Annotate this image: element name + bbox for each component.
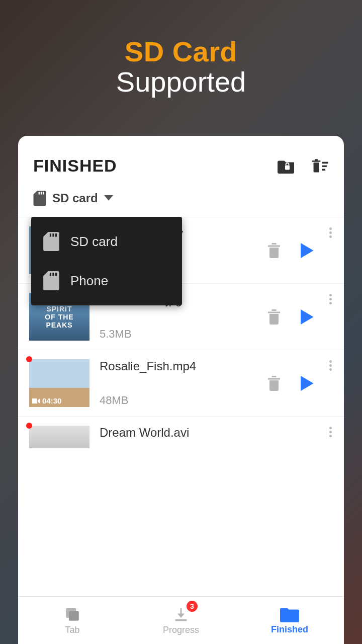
progress-badge: 3 [187, 601, 198, 612]
nav-finished[interactable]: Finished [235, 597, 344, 644]
svg-rect-2 [322, 165, 327, 167]
play-button[interactable] [299, 242, 314, 259]
storage-option-phone[interactable]: Phone [31, 261, 182, 300]
svg-rect-0 [285, 165, 290, 170]
bottom-nav: Tab 3 Progress Finished [18, 596, 344, 644]
hero-title-line1: SD Card [0, 35, 362, 68]
svg-rect-15 [69, 610, 79, 620]
more-menu-button[interactable] [329, 294, 332, 304]
file-name: Rosalie_Fish.mp4 [100, 359, 256, 373]
svg-rect-7 [32, 398, 37, 404]
sd-card-icon [43, 232, 59, 251]
clear-list-button[interactable] [311, 158, 329, 174]
file-list: Sound of Y.mkv SPIRIT OF THE PEAKS Saint… [18, 217, 344, 596]
play-button[interactable] [299, 375, 314, 392]
svg-rect-6 [43, 192, 44, 195]
delete-button[interactable] [266, 308, 282, 326]
video-camera-icon [32, 398, 40, 404]
list-item[interactable]: 04:30 Rosalie_Fish.mp4 48MB [18, 350, 344, 416]
svg-rect-1 [322, 162, 328, 163]
hero-title-line2: Supported [0, 65, 362, 98]
nav-label: Tab [65, 625, 79, 635]
hero-banner: SD Card Supported [0, 0, 362, 98]
delete-button[interactable] [266, 375, 282, 392]
storage-option-label: Phone [70, 273, 108, 289]
svg-rect-4 [39, 192, 40, 195]
new-indicator-dot [26, 423, 32, 429]
file-size: 48MB [100, 394, 256, 407]
svg-rect-13 [55, 273, 57, 276]
svg-rect-12 [52, 273, 54, 276]
folder-icon [280, 606, 299, 622]
storage-option-label: SD card [70, 234, 118, 250]
nav-label: Finished [271, 624, 308, 635]
video-duration: 04:30 [32, 396, 61, 405]
file-name: Dream World.avi [100, 426, 304, 440]
svg-rect-5 [41, 192, 42, 195]
svg-rect-10 [55, 233, 57, 236]
secure-folder-button[interactable] [278, 158, 296, 174]
play-button[interactable] [299, 308, 314, 326]
more-menu-button[interactable] [329, 360, 332, 371]
storage-option-sdcard[interactable]: SD card [31, 222, 182, 261]
nav-label: Progress [163, 625, 199, 635]
list-item[interactable]: Dream World.avi [18, 416, 344, 448]
nav-progress[interactable]: 3 Progress [127, 597, 235, 644]
page-title: FINISHED [33, 156, 262, 176]
sd-card-icon [43, 271, 59, 290]
finished-card: FINISHED SD card Sound of Y.mkv S [18, 136, 344, 644]
thumbnail: 04:30 [29, 359, 89, 407]
sd-card-icon [33, 191, 46, 206]
svg-rect-9 [52, 233, 54, 236]
storage-selected-label: SD card [52, 191, 98, 205]
svg-rect-8 [50, 233, 51, 236]
more-menu-button[interactable] [329, 427, 332, 437]
tabs-icon [64, 606, 81, 623]
nav-tab[interactable]: Tab [18, 597, 127, 644]
svg-rect-3 [322, 169, 325, 170]
storage-popup: SD card Phone [31, 217, 182, 305]
card-header: FINISHED [18, 136, 344, 186]
new-indicator-dot [26, 356, 32, 362]
file-size: 5.3MB [100, 328, 256, 341]
storage-selector[interactable]: SD card [18, 186, 344, 217]
delete-button[interactable] [266, 242, 282, 259]
more-menu-button[interactable] [329, 227, 332, 238]
chevron-down-icon [104, 195, 113, 201]
thumbnail [29, 426, 89, 448]
svg-rect-11 [50, 273, 51, 276]
svg-rect-16 [175, 619, 187, 621]
